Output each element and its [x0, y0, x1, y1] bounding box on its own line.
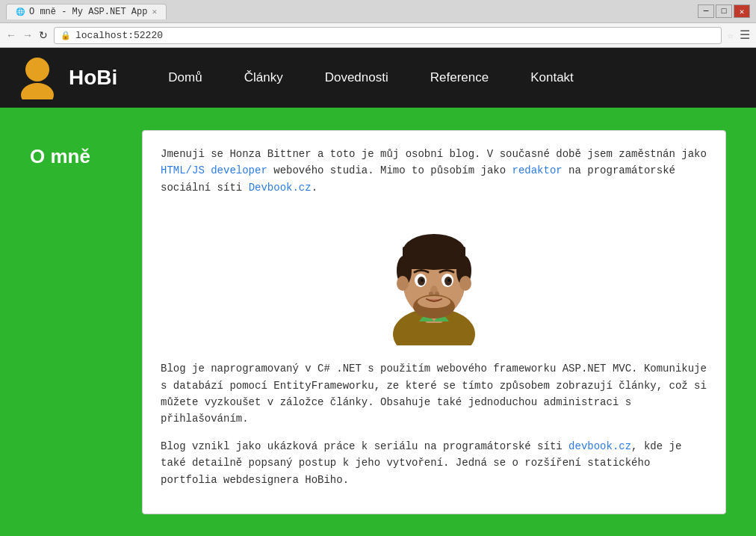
main-content: O mně Jmenuji se Honza Bittner a toto je…: [0, 108, 756, 536]
forward-button[interactable]: →: [22, 29, 33, 41]
maximize-button[interactable]: □: [716, 4, 732, 18]
site-header: HoBi Domů Články Dovednosti Reference Ko…: [0, 48, 756, 108]
browser-tab[interactable]: 🌐 O mně - My ASP.NET App ✕: [6, 4, 167, 19]
svg-rect-8: [403, 247, 465, 269]
tab-bar: 🌐 O mně - My ASP.NET App ✕: [6, 4, 167, 19]
blog-paragraph-2: Blog vznikl jako ukázková práce k seriál…: [161, 438, 707, 488]
nav-menu: Domů Články Dovednosti Reference Kontakt: [147, 63, 594, 93]
url-text: localhost:52220: [75, 30, 715, 41]
site-wrapper: HoBi Domů Články Dovednosti Reference Ko…: [0, 48, 756, 536]
svg-point-1: [21, 83, 54, 99]
url-security-icon: 🔒: [61, 31, 71, 40]
logo-icon: [15, 55, 60, 100]
url-bar[interactable]: 🔒 localhost:52220: [54, 27, 722, 44]
devbook-intro-link[interactable]: Devbook.cz: [249, 182, 312, 194]
nav-item-domu[interactable]: Domů: [147, 63, 223, 93]
devbook-series-link[interactable]: devbook.cz: [568, 440, 631, 452]
intro-paragraph: Jmenuji se Honza Bittner a toto je můj o…: [161, 146, 707, 196]
window-controls: ─ □ ✕: [698, 4, 750, 18]
minimize-button[interactable]: ─: [698, 4, 714, 18]
nav-item-dovednosti[interactable]: Dovednosti: [304, 63, 409, 93]
title-bar: 🌐 O mně - My ASP.NET App ✕ ─ □ ✕: [0, 0, 756, 22]
nav-item-reference[interactable]: Reference: [409, 63, 509, 93]
back-button[interactable]: ←: [6, 29, 16, 41]
browser-chrome: 🌐 O mně - My ASP.NET App ✕ ─ □ ✕ ← → ↻ 🔒…: [0, 0, 756, 48]
redaktor-link[interactable]: redaktor: [512, 164, 562, 176]
reload-button[interactable]: ↻: [39, 29, 48, 41]
nav-item-kontakt[interactable]: Kontakt: [509, 63, 595, 93]
svg-point-11: [397, 276, 409, 291]
html-developer-link[interactable]: HTML/JS developer: [161, 164, 267, 176]
logo-text: HoBi: [69, 66, 117, 90]
svg-point-0: [25, 58, 49, 81]
tab-title: O mně - My ASP.NET App: [29, 7, 147, 17]
svg-point-17: [421, 279, 424, 282]
browser-menu-icon[interactable]: ☰: [740, 28, 750, 43]
bookmark-icon[interactable]: ☆: [728, 29, 734, 42]
svg-point-18: [447, 279, 450, 282]
close-button[interactable]: ✕: [734, 4, 750, 18]
content-box: Jmenuji se Honza Bittner a toto je můj o…: [142, 130, 726, 514]
tab-close-button[interactable]: ✕: [152, 7, 157, 16]
svg-point-12: [459, 276, 471, 291]
person-avatar-icon: [18, 56, 57, 99]
avatar-container: [161, 211, 707, 345]
nav-item-clanky[interactable]: Články: [223, 63, 304, 93]
address-bar: ← → ↻ 🔒 localhost:52220 ☆ ☰: [0, 22, 756, 48]
tab-icon: 🌐: [16, 7, 25, 16]
blog-paragraph-1: Blog je naprogramovaný v C# .NET s použi…: [161, 360, 707, 428]
page-title: O mně: [30, 130, 120, 514]
character-avatar: [374, 211, 494, 345]
